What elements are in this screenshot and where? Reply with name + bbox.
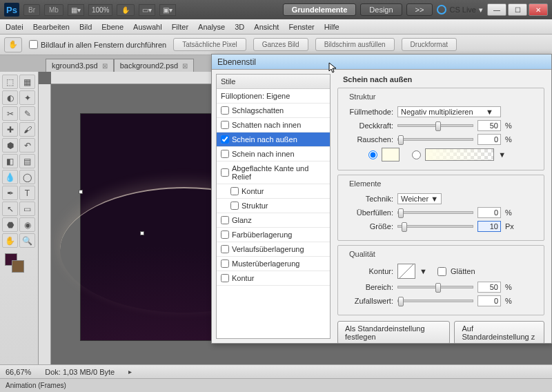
minibridge-button[interactable]: Mb	[44, 4, 63, 16]
menu-datei[interactable]: Datei	[6, 23, 23, 31]
heal-tool[interactable]: ✚	[2, 122, 18, 137]
print-size-button[interactable]: Druckformat	[402, 38, 457, 51]
gradient-radio[interactable]	[412, 150, 421, 159]
hand-tool-shortcut[interactable]: ✋	[117, 4, 135, 16]
transform-handle[interactable]	[140, 231, 144, 235]
reset-default-button[interactable]: Auf Standardeinstellung z	[454, 321, 544, 343]
glow-color-swatch[interactable]	[382, 148, 400, 161]
transform-handle[interactable]	[79, 190, 83, 194]
bridge-button[interactable]: Br	[23, 4, 40, 16]
path-tool[interactable]: ↖	[2, 202, 18, 216]
eyedropper-tool[interactable]: ✎	[19, 106, 35, 121]
eraser-tool[interactable]: ◧	[2, 154, 18, 168]
history-tool[interactable]: ↶	[19, 138, 35, 153]
workspace-grundelemente[interactable]: Grundelemente	[283, 3, 357, 16]
contour-picker[interactable]	[397, 264, 415, 279]
menu-hilfe[interactable]: Hilfe	[324, 23, 339, 31]
tab-background3[interactable]: kground3.psd⊠	[46, 59, 114, 72]
style-schein-innen[interactable]: Schein nach innen	[217, 147, 330, 161]
type-tool[interactable]: T	[19, 186, 35, 200]
style-verlauf[interactable]: Verlaufsüberlagerung	[217, 242, 330, 257]
workspace-more[interactable]: >>	[406, 3, 433, 16]
crop-tool[interactable]: ✂	[2, 106, 18, 121]
zoom-dropdown[interactable]: 100%	[88, 4, 113, 16]
jitter-input[interactable]: 0	[477, 295, 501, 306]
current-tool-icon[interactable]: ✋	[4, 37, 22, 52]
style-kontur2[interactable]: Kontur	[217, 271, 330, 286]
minimize-button[interactable]: —	[487, 3, 506, 16]
style-abgeflachte[interactable]: Abgeflachte Kante und Relief	[217, 161, 330, 184]
menu-auswahl[interactable]: Auswahl	[133, 23, 162, 31]
workspace-design[interactable]: Design	[360, 3, 402, 16]
color-radio[interactable]	[368, 150, 377, 159]
stamp-tool[interactable]: ⬢	[2, 138, 18, 153]
style-struktur-sub[interactable]: Struktur	[217, 199, 330, 213]
opacity-input[interactable]: 50	[477, 120, 501, 131]
shape-tool[interactable]: ▭	[19, 202, 35, 216]
opacity-slider[interactable]	[397, 124, 473, 127]
antialias-checkbox[interactable]	[437, 267, 446, 276]
cs-live-button[interactable]: CS Live ▾	[437, 5, 483, 14]
animation-panel-tab[interactable]: Animation (Frames)	[0, 378, 552, 392]
styles-header[interactable]: Stile	[217, 75, 330, 89]
menu-3d[interactable]: 3D	[235, 23, 244, 31]
brush-tool[interactable]: 🖌	[19, 122, 35, 137]
glow-gradient-swatch[interactable]	[425, 148, 494, 161]
scroll-all-checkbox[interactable]	[29, 40, 38, 49]
blend-mode-select[interactable]: Negativ multiplizieren ▼	[397, 106, 501, 117]
spread-slider[interactable]	[397, 211, 473, 214]
jitter-slider[interactable]	[397, 300, 473, 302]
menu-bild[interactable]: Bild	[79, 23, 92, 31]
menu-ebene[interactable]: Ebene	[101, 23, 124, 31]
zoom-level[interactable]: 66,67%	[6, 368, 31, 376]
zoom-tool[interactable]: 🔍	[19, 233, 35, 248]
noise-slider[interactable]	[397, 138, 473, 141]
move-tool[interactable]: ⬚	[2, 75, 18, 89]
maximize-button[interactable]: ☐	[508, 3, 527, 16]
spread-input[interactable]: 0	[477, 207, 501, 218]
tab-background2[interactable]: background2.psd⊠	[114, 59, 194, 72]
camera-tool[interactable]: ◉	[19, 217, 35, 232]
3d-tool[interactable]: ⬣	[2, 217, 18, 232]
hand-tool[interactable]: ✋	[2, 233, 18, 248]
lasso-tool[interactable]: ◐	[2, 90, 18, 105]
style-schlagschatten[interactable]: Schlagschatten	[217, 104, 330, 118]
range-input[interactable]: 50	[477, 282, 501, 293]
fill-screen-button[interactable]: Bildschirm ausfüllen	[315, 38, 395, 51]
menu-analyse[interactable]: Analyse	[198, 23, 225, 31]
marquee-tool[interactable]: ▦	[19, 75, 35, 89]
fit-screen-button[interactable]: Ganzes Bild	[253, 38, 308, 51]
blur-tool[interactable]: 💧	[2, 170, 18, 184]
arrange-docs-dropdown[interactable]: ▭▾	[139, 4, 155, 16]
dodge-tool[interactable]: ◯	[19, 170, 35, 184]
style-schein-aussen[interactable]: Schein nach außen	[217, 133, 330, 147]
size-slider[interactable]	[397, 225, 473, 228]
menu-bearbeiten[interactable]: Bearbeiten	[33, 23, 70, 31]
screenmode-dropdown[interactable]: ▣▾	[159, 4, 176, 16]
close-tab-icon[interactable]: ⊠	[102, 62, 108, 70]
doc-info[interactable]: Dok: 1,03 MB/0 Byte	[45, 368, 115, 376]
dialog-title-bar[interactable]: Ebenenstil	[212, 55, 551, 70]
range-slider[interactable]	[397, 286, 473, 288]
noise-input[interactable]: 0	[477, 134, 501, 145]
gradient-tool[interactable]: ▤	[19, 154, 35, 168]
style-glanz[interactable]: Glanz	[217, 213, 330, 228]
style-kontur-sub[interactable]: Kontur	[217, 184, 330, 199]
menu-ansicht[interactable]: Ansicht	[254, 23, 279, 31]
pen-tool[interactable]: ✒	[2, 186, 18, 200]
ruler-vertical[interactable]	[39, 84, 51, 392]
menu-filter[interactable]: Filter	[172, 23, 188, 31]
make-default-button[interactable]: Als Standardeinstellung festlegen	[337, 321, 450, 343]
wand-tool[interactable]: ✦	[19, 90, 35, 105]
actual-pixels-button[interactable]: Tatsächliche Pixel	[173, 38, 246, 51]
size-input[interactable]: 10	[477, 221, 501, 232]
background-color-swatch[interactable]	[12, 260, 24, 273]
technique-select[interactable]: Weicher ▼	[397, 193, 442, 204]
blend-options-item[interactable]: Fülloptionen: Eigene	[217, 89, 330, 104]
view-extras-dropdown[interactable]: ▦▾	[68, 4, 84, 16]
style-schatten-innen[interactable]: Schatten nach innen	[217, 118, 330, 133]
close-tab-icon[interactable]: ⊠	[182, 62, 188, 70]
style-farb[interactable]: Farbüberlagerung	[217, 228, 330, 242]
close-button[interactable]: ✕	[529, 3, 548, 16]
style-muster[interactable]: Musterüberlagerung	[217, 257, 330, 271]
